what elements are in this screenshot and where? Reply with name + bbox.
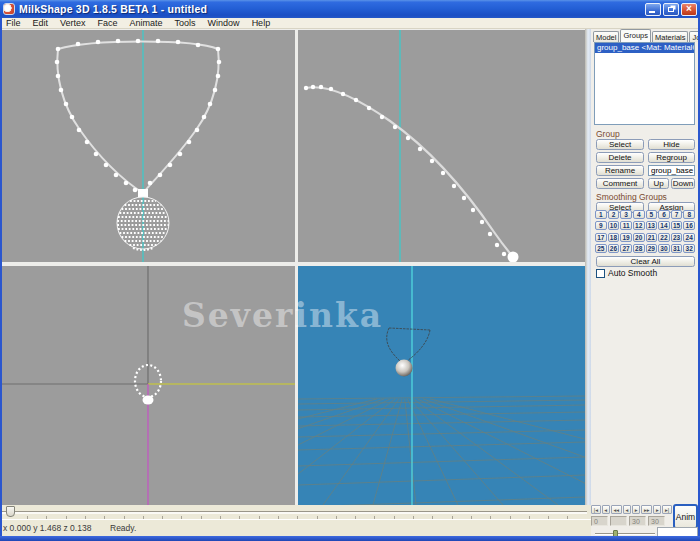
group-select-button[interactable]: Select (596, 139, 644, 150)
playback-button-4[interactable]: ▸ (632, 505, 640, 514)
playback-button-3[interactable]: ◂ (623, 505, 631, 514)
playback-button-1[interactable]: ◂ (602, 505, 610, 514)
smoothing-group-18-button[interactable]: 18 (608, 233, 620, 242)
smoothing-group-14-button[interactable]: 14 (658, 221, 670, 230)
smoothing-groups-grid: 1234567891011121314151617181920212223242… (595, 210, 695, 254)
menu-item-edit[interactable]: Edit (27, 18, 55, 29)
smoothing-group-20-button[interactable]: 20 (633, 233, 645, 242)
viewport-front[interactable] (2, 30, 295, 262)
smoothing-group-5-button[interactable]: 5 (646, 210, 658, 219)
anim-frame-field-2[interactable]: 30 (629, 516, 646, 526)
menu-item-file[interactable]: File (0, 18, 27, 29)
playback-button-6[interactable]: ▸ (653, 505, 661, 514)
group-hide-button[interactable]: Hide (648, 139, 695, 150)
smoothing-group-12-button[interactable]: 12 (633, 221, 645, 230)
keyframe-slider-handle[interactable] (6, 506, 15, 517)
app-window: MilkShape 3D 1.8.5 BETA 1 - untitled × F… (0, 0, 700, 541)
group-up-button[interactable]: Up (648, 178, 669, 189)
close-icon: × (686, 4, 692, 14)
group-delete-button[interactable]: Delete (596, 152, 644, 163)
smoothing-group-31-button[interactable]: 31 (671, 244, 683, 253)
smoothing-group-28-button[interactable]: 28 (633, 244, 645, 253)
smoothing-group-2-button[interactable]: 2 (608, 210, 620, 219)
smoothing-group-19-button[interactable]: 19 (620, 233, 632, 242)
smoothing-group-24-button[interactable]: 24 (683, 233, 695, 242)
smoothing-group-4-button[interactable]: 4 (633, 210, 645, 219)
keyframe-bar[interactable] (0, 505, 591, 519)
menu-item-animate[interactable]: Animate (124, 18, 169, 29)
anim-frame-field-3[interactable]: 30 (648, 516, 665, 526)
group-rename-button[interactable]: Rename (596, 165, 644, 176)
anim-frame-field-0[interactable]: 0 (591, 516, 608, 526)
anim-frame-field-1[interactable] (610, 516, 627, 526)
menu-bar: FileEditVertexFaceAnimateToolsWindowHelp (0, 18, 700, 29)
tab-materials[interactable]: Materials (652, 31, 688, 42)
title-bar[interactable]: MilkShape 3D 1.8.5 BETA 1 - untitled × (0, 0, 700, 18)
group-down-button[interactable]: Down (671, 178, 695, 189)
cursor-coordinates: x 0.000 y 1.468 z 0.138 (3, 523, 91, 533)
menu-item-vertex[interactable]: Vertex (54, 18, 92, 29)
smoothing-group-26-button[interactable]: 26 (608, 244, 620, 253)
menu-item-window[interactable]: Window (202, 18, 246, 29)
smoothing-group-8-button[interactable]: 8 (683, 210, 695, 219)
anim-button[interactable]: Anim (673, 504, 698, 529)
pendant-top (143, 396, 154, 405)
smoothing-group-9-button[interactable]: 9 (595, 221, 607, 230)
status-message: Ready. (110, 523, 136, 533)
clear-all-button[interactable]: Clear All (596, 256, 695, 267)
smoothing-group-1-button[interactable]: 1 (595, 210, 607, 219)
viewport-3d[interactable] (298, 266, 585, 505)
auto-smooth-label: Auto Smooth (608, 268, 657, 278)
smoothing-section-title: Smoothing Groups (596, 192, 667, 202)
side-view-canvas (298, 30, 585, 262)
minimize-icon (649, 11, 655, 13)
menu-item-face[interactable]: Face (92, 18, 124, 29)
anim-frame-fields: 03030 (591, 516, 667, 526)
smoothing-group-21-button[interactable]: 21 (646, 233, 658, 242)
playback-button-5[interactable]: ▸▸ (641, 505, 652, 514)
group-list-item[interactable]: group_base <Mat: Material01> (595, 43, 694, 53)
status-bar: x 0.000 y 1.468 z 0.138 Ready. (0, 519, 591, 536)
smoothing-group-16-button[interactable]: 16 (683, 221, 695, 230)
smoothing-group-25-button[interactable]: 25 (595, 244, 607, 253)
pendant-sphere-wireframe (55, 39, 222, 250)
panel-tabs: ModelGroupsMaterialsJoints (593, 29, 697, 42)
smoothing-group-13-button[interactable]: 13 (646, 221, 658, 230)
smoothing-group-11-button[interactable]: 11 (620, 221, 632, 230)
auto-smooth-row: Auto Smooth (596, 268, 657, 278)
group-comment-button[interactable]: Comment (596, 178, 644, 189)
smoothing-group-10-button[interactable]: 10 (608, 221, 620, 230)
perspective-canvas (298, 266, 585, 505)
minimize-button[interactable] (645, 3, 661, 16)
playback-button-0[interactable]: |◂ (591, 505, 601, 514)
smoothing-group-32-button[interactable]: 32 (683, 244, 695, 253)
smoothing-group-29-button[interactable]: 29 (646, 244, 658, 253)
group-name-input[interactable] (648, 165, 695, 176)
tab-model[interactable]: Model (593, 31, 619, 42)
menu-item-tools[interactable]: Tools (169, 18, 202, 29)
smoothing-group-6-button[interactable]: 6 (658, 210, 670, 219)
smoothing-group-3-button[interactable]: 3 (620, 210, 632, 219)
smoothing-group-30-button[interactable]: 30 (658, 244, 670, 253)
smoothing-group-17-button[interactable]: 17 (595, 233, 607, 242)
playback-controls: |◂◂◂◂◂▸▸▸▸▸| (591, 505, 673, 515)
smoothing-group-27-button[interactable]: 27 (620, 244, 632, 253)
top-view-canvas (2, 266, 295, 505)
group-listbox[interactable]: group_base <Mat: Material01> (594, 42, 695, 125)
pendant-side (508, 252, 519, 263)
auto-smooth-checkbox[interactable] (596, 269, 605, 278)
smoothing-group-23-button[interactable]: 23 (671, 233, 683, 242)
window-title: MilkShape 3D 1.8.5 BETA 1 - untitled (19, 3, 207, 15)
menu-item-help[interactable]: Help (246, 18, 277, 29)
tab-groups[interactable]: Groups (620, 29, 651, 42)
group-regroup-button[interactable]: Regroup (648, 152, 695, 163)
viewport-side[interactable] (298, 30, 585, 262)
playback-button-2[interactable]: ◂◂ (611, 505, 622, 514)
playback-button-7[interactable]: ▸| (662, 505, 672, 514)
restore-button[interactable] (663, 3, 679, 16)
viewport-top[interactable] (2, 266, 295, 505)
close-button[interactable]: × (681, 3, 697, 16)
smoothing-group-22-button[interactable]: 22 (658, 233, 670, 242)
smoothing-group-7-button[interactable]: 7 (671, 210, 683, 219)
smoothing-group-15-button[interactable]: 15 (671, 221, 683, 230)
